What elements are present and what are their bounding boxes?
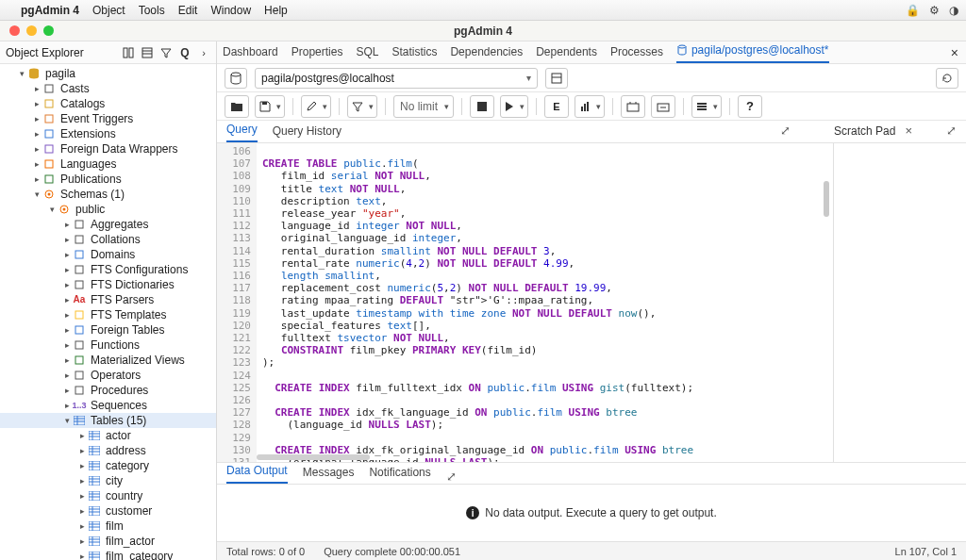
tree-item[interactable]: ▾Tables (15) [0,413,216,428]
chevron-icon[interactable]: ▸ [77,443,87,458]
menubar-item[interactable]: Tools [139,4,165,17]
tree-item[interactable]: ▸Casts [0,81,216,96]
shield-icon[interactable]: ◑ [949,4,958,17]
tree-item[interactable]: ▸AaFTS Parsers [0,292,216,307]
reset-layout-button[interactable] [936,68,958,89]
object-tree[interactable]: ▾pagila▸Casts▸Catalogs▸Event Triggers▸Ex… [0,64,216,560]
chevron-icon[interactable]: ▸ [32,156,42,172]
help-button[interactable]: ? [738,95,762,118]
close-scratch-icon[interactable]: × [905,124,912,138]
chevron-icon[interactable]: ▸ [32,126,42,141]
sql-editor[interactable]: 106 107 108 109 110 111 112 113 114 115 … [217,143,834,462]
tree-item[interactable]: ▾public [0,202,216,217]
tree-item[interactable]: ▸Foreign Tables [0,322,216,338]
chevron-icon[interactable]: ▾ [17,66,26,81]
vertical-scrollbar[interactable] [824,181,829,217]
chevron-icon[interactable]: ▸ [77,519,87,534]
tab-query-editor[interactable]: pagila/postgres@localhost* [676,41,829,63]
explorer-tool-2-icon[interactable] [141,46,154,59]
tree-item[interactable]: ▸1..3Sequences [0,398,216,413]
chevron-icon[interactable]: ▸ [62,368,72,383]
chevron-icon[interactable]: ▸ [32,111,42,126]
expand-editor-icon[interactable]: ⤢ [780,124,791,138]
chevron-icon[interactable]: ▸ [62,292,72,307]
chevron-icon[interactable]: ▸ [62,232,72,247]
explain-button[interactable]: E [544,95,569,118]
tree-item[interactable]: ▸address [0,443,216,458]
tab-dependents[interactable]: Dependents [536,41,597,63]
tab-sql[interactable]: SQL [356,41,378,63]
close-tab-icon[interactable]: × [951,45,958,60]
chevron-icon[interactable]: ▸ [62,247,72,262]
tree-item[interactable]: ▸Languages [0,156,216,172]
menubar-item[interactable]: Help [264,4,288,17]
chevron-icon[interactable]: ▸ [32,141,42,156]
tree-item[interactable]: ▸actor [0,428,216,443]
tree-item[interactable]: ▸Extensions [0,126,216,141]
query-tool-icon[interactable]: Q [178,46,192,59]
tree-item[interactable]: ▸Operators [0,368,216,383]
tree-item[interactable]: ▸Materialized Views [0,353,216,368]
chevron-icon[interactable]: ▸ [77,428,87,443]
tab-query-history[interactable]: Query History [273,120,341,142]
tree-item[interactable]: ▸Publications [0,172,216,187]
menubar-app[interactable]: pgAdmin 4 [21,4,79,17]
execute-button[interactable] [500,95,528,118]
rollback-button[interactable] [651,95,675,118]
chevron-icon[interactable]: ▸ [62,322,72,338]
chevron-icon[interactable]: ▸ [62,277,72,292]
tab-query[interactable]: Query [226,120,258,142]
stop-button[interactable] [470,95,494,118]
macros-button[interactable] [691,95,722,118]
tree-item[interactable]: ▸film [0,519,216,534]
tree-item[interactable]: ▸country [0,488,216,503]
expand-scratch-icon[interactable]: ⤢ [946,124,957,138]
menubar-item[interactable]: Edit [178,4,198,17]
tab-notifications[interactable]: Notifications [369,461,430,484]
tree-item[interactable]: ▾Schemas (1) [0,187,216,202]
chevron-icon[interactable]: ▸ [62,307,72,322]
scratch-pad[interactable] [834,143,966,462]
tab-properties[interactable]: Properties [291,41,343,63]
save-file-button[interactable] [255,95,285,118]
chevron-icon[interactable]: ▸ [77,488,87,503]
tree-item[interactable]: ▸city [0,473,216,488]
chevron-right-icon[interactable]: › [197,46,210,59]
chevron-icon[interactable]: ▸ [62,353,72,368]
sql-code[interactable]: CREATE TABLE public.film( film_id serial… [257,143,833,462]
tree-item[interactable]: ▸FTS Configurations [0,262,216,277]
gear-icon[interactable]: ⚙ [929,4,940,17]
menubar-item[interactable]: Window [210,4,251,17]
expand-output-icon[interactable]: ⤢ [446,469,457,484]
tree-item[interactable]: ▸Functions [0,338,216,353]
tab-messages[interactable]: Messages [303,461,355,484]
tree-item[interactable]: ▸category [0,458,216,473]
tree-item[interactable]: ▸FTS Templates [0,307,216,322]
connection-status-icon[interactable] [225,68,247,89]
tree-item[interactable]: ▸customer [0,503,216,519]
chevron-icon[interactable]: ▸ [77,534,87,549]
chevron-icon[interactable]: ▸ [32,81,42,96]
chevron-icon[interactable]: ▾ [32,187,42,202]
edit-button[interactable] [301,95,331,118]
tree-item[interactable]: ▸Foreign Data Wrappers [0,141,216,156]
chevron-icon[interactable]: ▸ [62,217,72,232]
tab-dependencies[interactable]: Dependencies [450,41,523,63]
chevron-icon[interactable]: ▸ [62,383,72,398]
chevron-icon[interactable]: ▸ [77,458,87,473]
tab-statistics[interactable]: Statistics [391,41,437,63]
chevron-icon[interactable]: ▸ [32,96,42,111]
chevron-icon[interactable]: ▾ [47,202,57,217]
horizontal-scrollbar[interactable] [257,454,370,460]
filter-icon[interactable] [159,46,173,59]
chevron-icon[interactable]: ▸ [77,549,87,560]
tree-item[interactable]: ▸FTS Dictionaries [0,277,216,292]
explorer-tool-1-icon[interactable] [122,46,135,59]
chevron-icon[interactable]: ▸ [77,503,87,519]
tree-item[interactable]: ▸Aggregates [0,217,216,232]
tree-item[interactable]: ▸Collations [0,232,216,247]
tree-item[interactable]: ▸Catalogs [0,96,216,111]
chevron-icon[interactable]: ▾ [62,413,72,428]
menubar-item[interactable]: Object [92,4,125,17]
tree-item[interactable]: ▸Procedures [0,383,216,398]
